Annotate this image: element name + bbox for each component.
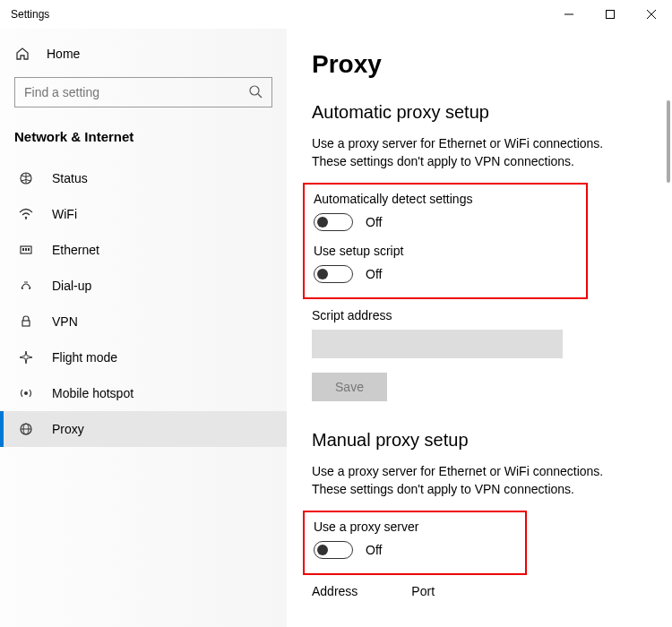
nav-list: Status WiFi Ethernet Dial-up VPN (0, 160, 287, 447)
svg-rect-12 (28, 248, 30, 251)
nav-label: VPN (52, 314, 78, 329)
window-title: Settings (11, 8, 49, 21)
nav-label: WiFi (52, 207, 77, 221)
nav-item-wifi[interactable]: WiFi (0, 196, 287, 232)
script-state: Off (366, 267, 382, 281)
nav-label: Status (52, 171, 88, 185)
highlight-manual: Use a proxy server Off (303, 511, 527, 575)
highlight-auto: Automatically detect settings Off Use se… (303, 183, 588, 299)
nav-label: Ethernet (52, 243, 99, 257)
svg-rect-10 (22, 248, 24, 251)
nav-item-proxy[interactable]: Proxy (0, 411, 287, 447)
script-address-input[interactable] (312, 330, 563, 358)
svg-line-5 (258, 94, 262, 98)
script-address-label: Script address (312, 308, 640, 322)
search-input[interactable] (24, 85, 248, 99)
save-button[interactable]: Save (312, 373, 387, 401)
detect-toggle[interactable] (314, 213, 353, 231)
detect-state: Off (366, 215, 382, 229)
nav-item-status[interactable]: Status (0, 160, 287, 196)
category-heading: Network & Internet (0, 120, 287, 160)
nav-label: Proxy (52, 422, 84, 436)
hotspot-icon (18, 386, 34, 400)
sidebar: Home Network & Internet Status WiFi (0, 29, 287, 627)
nav-label: Dial-up (52, 279, 91, 293)
wifi-icon (18, 207, 34, 221)
svg-point-18 (24, 391, 28, 395)
nav-item-hotspot[interactable]: Mobile hotspot (0, 375, 287, 411)
auto-heading: Automatic proxy setup (312, 102, 640, 123)
close-button[interactable] (631, 0, 672, 29)
nav-label: Flight mode (52, 350, 117, 365)
titlebar: Settings (0, 0, 672, 29)
nav-item-vpn[interactable]: VPN (0, 304, 287, 339)
svg-point-14 (29, 288, 30, 289)
status-icon (18, 171, 34, 185)
minimize-button[interactable] (548, 0, 590, 29)
svg-point-8 (25, 218, 27, 219)
manual-desc: Use a proxy server for Ethernet or WiFi … (312, 463, 634, 498)
home-link[interactable]: Home (0, 39, 287, 68)
home-label: Home (47, 47, 80, 61)
svg-point-13 (22, 288, 23, 289)
manual-heading: Manual proxy setup (312, 430, 640, 451)
nav-item-flight[interactable]: Flight mode (0, 339, 287, 375)
vpn-icon (18, 314, 34, 329)
script-toggle-label: Use setup script (314, 244, 577, 258)
ethernet-icon (18, 243, 34, 257)
nav-item-ethernet[interactable]: Ethernet (0, 232, 287, 268)
search-icon (248, 84, 263, 101)
dialup-icon (18, 279, 34, 293)
maximize-button[interactable] (590, 0, 631, 29)
use-proxy-state: Off (366, 543, 382, 557)
home-icon (14, 47, 30, 61)
nav-item-dialup[interactable]: Dial-up (0, 268, 287, 304)
globe-icon (18, 422, 34, 436)
airplane-icon (18, 350, 34, 365)
use-proxy-label: Use a proxy server (314, 520, 516, 534)
port-col-label: Port (411, 584, 435, 598)
nav-label: Mobile hotspot (52, 386, 134, 400)
use-proxy-toggle[interactable] (314, 541, 353, 559)
search-box[interactable] (14, 77, 272, 107)
detect-label: Automatically detect settings (314, 192, 577, 206)
auto-desc: Use a proxy server for Ethernet or WiFi … (312, 135, 634, 170)
script-toggle[interactable] (314, 265, 353, 283)
main-panel: Proxy Automatic proxy setup Use a proxy … (287, 29, 672, 627)
page-title: Proxy (312, 50, 640, 79)
svg-rect-11 (25, 248, 27, 251)
scrollbar[interactable] (667, 100, 670, 183)
address-col-label: Address (312, 584, 358, 598)
svg-rect-17 (22, 321, 30, 326)
svg-point-4 (250, 86, 259, 95)
svg-rect-1 (607, 11, 615, 19)
